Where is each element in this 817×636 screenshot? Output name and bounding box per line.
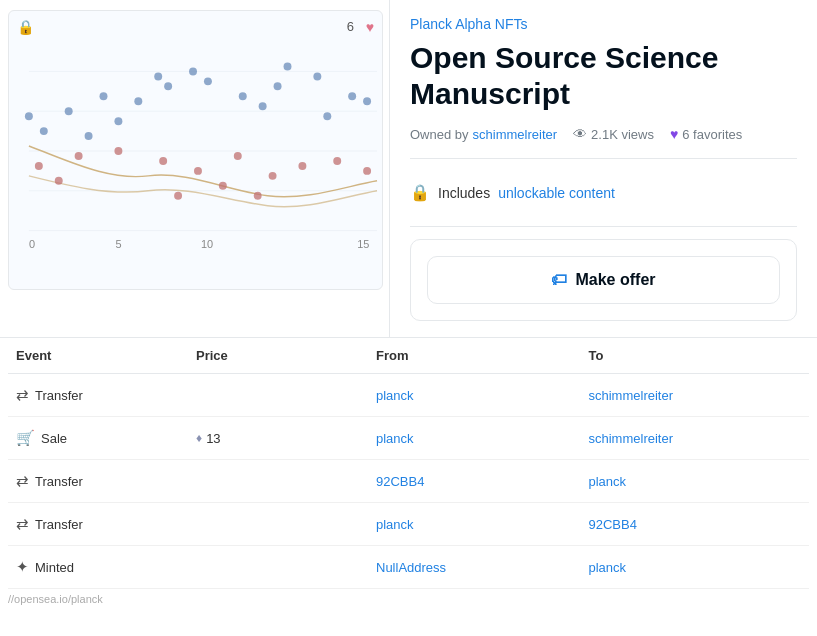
svg-point-14 [348, 92, 356, 100]
svg-point-7 [100, 92, 108, 100]
svg-point-34 [55, 177, 63, 185]
svg-point-20 [114, 117, 122, 125]
make-offer-label: Make offer [575, 271, 655, 289]
price-cell-2: ♦ 13 [196, 431, 376, 446]
svg-point-32 [333, 157, 341, 165]
lock-purple-icon: 🔒 [410, 183, 430, 202]
unlockable-label: Includes [438, 185, 490, 201]
svg-point-21 [189, 67, 197, 75]
scatter-chart: 0 5 10 15 [9, 31, 382, 271]
svg-point-25 [75, 152, 83, 160]
from-link-4[interactable]: planck [376, 517, 414, 532]
event-cell-2: 🛒 Sale [16, 429, 196, 447]
divider-2 [410, 226, 797, 227]
svg-point-33 [363, 167, 371, 175]
page-bottom: Event Price From To ⇄ Transfer planck sc… [0, 337, 817, 609]
from-link-5[interactable]: NullAddress [376, 560, 446, 575]
to-cell-1: schimmelreiter [589, 388, 802, 403]
svg-point-9 [164, 82, 172, 90]
svg-point-26 [114, 147, 122, 155]
event-label-2: Sale [41, 431, 67, 446]
to-cell-4: 92CBB4 [589, 517, 802, 532]
svg-point-17 [154, 72, 162, 80]
heart-icon: ♥ [670, 126, 678, 142]
svg-text:0: 0 [29, 238, 35, 250]
svg-point-24 [35, 162, 43, 170]
svg-point-5 [40, 127, 48, 135]
chart-area: 🔒 6 ♥ [8, 10, 383, 290]
page-top: 🔒 6 ♥ [0, 0, 817, 337]
views-count: 2.1K views [591, 127, 654, 142]
to-link-2[interactable]: schimmelreiter [589, 431, 674, 446]
svg-point-10 [204, 77, 212, 85]
from-link-1[interactable]: planck [376, 388, 414, 403]
event-label-1: Transfer [35, 388, 83, 403]
table-row: ✦ Minted NullAddress planck [8, 546, 809, 589]
svg-text:10: 10 [201, 238, 213, 250]
svg-point-36 [174, 192, 182, 200]
unlockable-link[interactable]: unlockable content [498, 185, 615, 201]
from-cell-5: NullAddress [376, 560, 589, 575]
url-hint: //opensea.io/planck [0, 589, 817, 609]
eth-icon: ♦ [196, 431, 202, 445]
event-label-4: Transfer [35, 517, 83, 532]
svg-point-16 [85, 132, 93, 140]
from-cell-3: 92CBB4 [376, 474, 589, 489]
from-cell-4: planck [376, 517, 589, 532]
meta-row: Owned by schimmelreiter 👁 2.1K views ♥ 6… [410, 126, 797, 142]
favorites-count: 6 favorites [682, 127, 742, 142]
to-cell-5: planck [589, 560, 802, 575]
eye-icon: 👁 [573, 126, 587, 142]
svg-point-18 [274, 82, 282, 90]
to-link-4[interactable]: 92CBB4 [589, 517, 637, 532]
from-link-3[interactable]: 92CBB4 [376, 474, 424, 489]
collection-name[interactable]: Planck Alpha NFTs [410, 16, 797, 32]
event-label-5: Minted [35, 560, 74, 575]
svg-text:5: 5 [115, 238, 121, 250]
svg-point-35 [219, 182, 227, 190]
to-link-1[interactable]: schimmelreiter [589, 388, 674, 403]
table-row: ⇄ Transfer planck 92CBB4 [8, 503, 809, 546]
svg-point-22 [259, 102, 267, 110]
activity-table: Event Price From To ⇄ Transfer planck sc… [0, 338, 817, 589]
event-cell-3: ⇄ Transfer [16, 472, 196, 490]
make-offer-button[interactable]: 🏷 Make offer [427, 256, 780, 304]
cart-icon: 🛒 [16, 429, 35, 447]
owned-by: Owned by schimmelreiter [410, 127, 557, 142]
nft-title: Open Source Science Manuscript [410, 40, 797, 112]
to-cell-3: planck [589, 474, 802, 489]
svg-point-31 [298, 162, 306, 170]
owner-link[interactable]: schimmelreiter [473, 127, 558, 142]
table-row: 🛒 Sale ♦ 13 planck schimmelreiter [8, 417, 809, 460]
favorites-block: ♥ 6 favorites [670, 126, 742, 142]
to-link-5[interactable]: planck [589, 560, 627, 575]
svg-point-27 [159, 157, 167, 165]
svg-point-29 [234, 152, 242, 160]
svg-point-15 [25, 112, 33, 120]
event-cell-4: ⇄ Transfer [16, 515, 196, 533]
svg-point-6 [65, 107, 73, 115]
svg-point-23 [323, 112, 331, 120]
from-link-2[interactable]: planck [376, 431, 414, 446]
header-to: To [589, 348, 802, 363]
from-cell-1: planck [376, 388, 589, 403]
svg-text:15: 15 [357, 238, 369, 250]
divider-1 [410, 158, 797, 159]
to-link-3[interactable]: planck [589, 474, 627, 489]
owned-by-label: Owned by [410, 127, 469, 142]
transfer-icon-3: ⇄ [16, 472, 29, 490]
unlockable-row: 🔒 Includes unlockable content [410, 171, 797, 214]
transfer-icon-4: ⇄ [16, 515, 29, 533]
svg-point-13 [313, 72, 321, 80]
header-from: From [376, 348, 589, 363]
event-cell: ⇄ Transfer [16, 386, 196, 404]
event-cell-5: ✦ Minted [16, 558, 196, 576]
price-value-2: 13 [206, 431, 220, 446]
svg-point-28 [194, 167, 202, 175]
svg-point-11 [239, 92, 247, 100]
svg-point-37 [254, 192, 262, 200]
svg-point-12 [284, 62, 292, 70]
left-panel: 🔒 6 ♥ [0, 0, 390, 337]
transfer-icon-1: ⇄ [16, 386, 29, 404]
views-block: 👁 2.1K views [573, 126, 654, 142]
